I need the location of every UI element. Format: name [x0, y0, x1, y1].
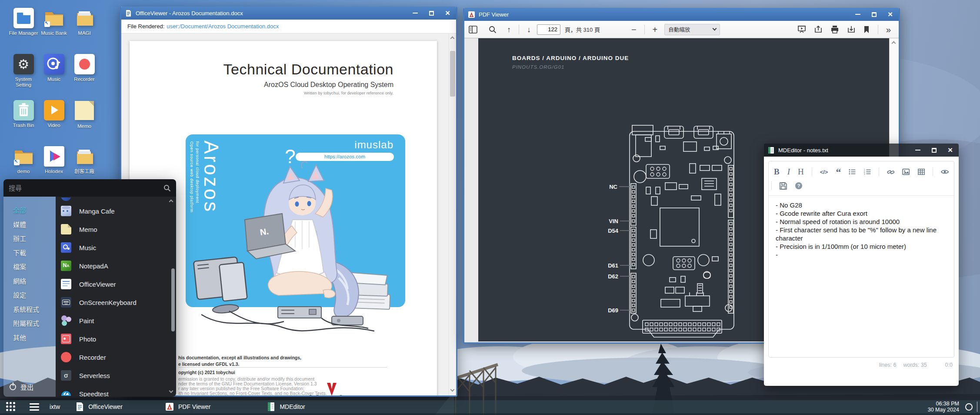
help-icon[interactable]: ? [795, 182, 803, 190]
app-row-photo[interactable]: Photo [56, 330, 176, 348]
mdeditor-titlebar[interactable]: MDEditor - notes.txt × [764, 144, 959, 157]
close-button[interactable]: × [948, 147, 953, 153]
desktop-icon-music[interactable]: Music [39, 54, 69, 82]
app-row-paint[interactable]: Paint [56, 311, 176, 330]
category-system[interactable]: 系統程式 [3, 303, 56, 317]
desktop-icon-recorder[interactable]: Recorder [70, 54, 99, 82]
category-files[interactable]: 檔案 [3, 260, 56, 274]
search-icon[interactable] [163, 184, 171, 192]
save-icon[interactable] [780, 182, 787, 190]
app-row-notepada[interactable]: NA NotepadA [56, 257, 176, 275]
desktop-icon-system-setting[interactable]: ⚙ System Setting [9, 54, 38, 88]
open-file-icon[interactable] [814, 25, 823, 33]
app-row-memo[interactable]: Memo [56, 220, 176, 238]
desktop-icon-memo[interactable]: Memo [70, 100, 99, 129]
pdf-titlebar[interactable]: PDF Viewer × [464, 8, 899, 21]
desktop-icon-video[interactable]: Video [39, 100, 69, 128]
category-download[interactable]: 下載 [3, 246, 56, 261]
zoom-in-button[interactable]: + [653, 25, 658, 34]
search-icon[interactable] [489, 26, 497, 33]
app-row-officeviewer[interactable]: OfficeViewer [56, 275, 176, 293]
desktop-icon-file-manager[interactable]: File Manager [9, 8, 38, 36]
category-others[interactable]: 其他 [3, 331, 56, 345]
desktop-icon-music-bank[interactable]: Music Bank [39, 8, 69, 36]
officeviewer-titlebar[interactable]: OfficeViewer - Arozos Documentation.docx… [121, 7, 456, 20]
markdown-textarea[interactable]: - No G28 - Gcode rewrite after Cura exor… [769, 196, 954, 264]
document-icon [76, 402, 84, 412]
previous-page-button[interactable]: ↑ [507, 26, 511, 33]
taskbar-item-officeviewer[interactable]: OfficeViewer [76, 402, 123, 412]
minimize-button[interactable] [915, 150, 920, 151]
status-circle-icon[interactable] [965, 403, 973, 411]
table-icon[interactable] [918, 168, 925, 175]
close-button[interactable]: × [445, 10, 450, 16]
maximize-button[interactable] [932, 148, 937, 153]
taskbar-item-mdeditor[interactable]: MDEditor [267, 402, 305, 412]
next-page-button[interactable]: ↓ [527, 26, 531, 33]
page-number-input[interactable] [537, 24, 560, 35]
bold-button[interactable]: B [774, 167, 780, 177]
scrollbar-thumb[interactable] [171, 268, 175, 331]
search-input[interactable] [9, 184, 163, 192]
doc-title: Technical Documentation [223, 61, 393, 78]
category-office[interactable]: 辦工 [3, 232, 56, 246]
manga-cafe-icon [61, 206, 71, 216]
app-row-recorder[interactable]: Recorder [56, 348, 176, 366]
app-row-serverless[interactable]: σ Serverless [56, 366, 176, 385]
desktop-icon-holodex[interactable]: Holodex [39, 146, 69, 174]
heading-button[interactable]: H [798, 167, 804, 177]
app-launcher-icon[interactable] [6, 402, 16, 412]
unordered-list-icon[interactable] [849, 168, 856, 175]
menu-hamburger-icon[interactable] [30, 403, 39, 411]
desktop-icon-maker-folder[interactable]: 創客工廠 [70, 146, 99, 174]
print-icon[interactable] [830, 25, 839, 33]
desktop-icon-trash-bin[interactable]: Trash Bin [9, 100, 38, 128]
category-network[interactable]: 網絡 [3, 274, 56, 289]
bookmark-icon[interactable] [863, 26, 870, 33]
app-list-scrollbar[interactable] [171, 197, 175, 397]
svg-text:3: 3 [864, 173, 865, 175]
category-settings[interactable]: 設定 [3, 288, 56, 303]
hostname-label: ixtw [50, 403, 60, 410]
image-icon[interactable] [902, 168, 910, 175]
desktop-icon-magi[interactable]: MAGI [70, 8, 99, 36]
category-all[interactable]: 全部 [3, 204, 56, 218]
ordered-list-icon[interactable]: 123 [864, 168, 871, 175]
scroll-down-icon[interactable] [450, 388, 455, 392]
download-icon[interactable] [847, 25, 856, 33]
maximize-button[interactable] [429, 11, 434, 16]
minimize-button[interactable] [855, 14, 860, 15]
app-row-onscreenkeyboard[interactable]: OnScreenKeyboard [56, 293, 176, 311]
question-mark-glyph: ? [285, 146, 295, 167]
minimize-button[interactable] [413, 13, 418, 13]
scroll-up-icon[interactable] [892, 41, 896, 46]
app-row-music[interactable]: Music [56, 238, 176, 257]
app-row-partial[interactable] [56, 197, 176, 202]
shortcut-arrow-icon [14, 160, 20, 165]
close-button[interactable]: × [888, 11, 893, 17]
app-row-manga-cafe[interactable]: Manga Cafe [56, 202, 176, 220]
zoom-out-button[interactable]: − [631, 25, 637, 34]
category-accessories[interactable]: 附屬程式 [3, 317, 56, 331]
presentation-mode-icon[interactable] [797, 25, 806, 33]
app-row-speedtest[interactable]: Speedtest [56, 385, 176, 397]
link-icon[interactable] [887, 168, 894, 176]
file-path-link[interactable]: user:/Document/Arozos Documentation.docx [167, 23, 279, 30]
desktop-icon-demo[interactable]: demo [9, 146, 38, 174]
zoom-mode-select[interactable]: 自動縮放 [664, 24, 720, 35]
code-button[interactable]: </> [820, 169, 828, 175]
category-media[interactable]: 媒體 [3, 218, 56, 232]
scroll-up-icon[interactable] [450, 37, 455, 41]
taskbar-item-pdf-viewer[interactable]: PDF Viewer [165, 402, 210, 411]
taskbar-clock[interactable]: 06:38 PM 30 May 2024 [928, 401, 959, 413]
window-title: MDEditor - notes.txt [778, 147, 915, 154]
scrollbar-thumb[interactable] [450, 51, 455, 97]
quote-button[interactable]: “ [836, 170, 841, 174]
more-tools-button[interactable]: » [886, 25, 891, 34]
preview-eye-icon[interactable] [941, 169, 949, 175]
italic-button[interactable]: I [787, 167, 790, 177]
logout-button[interactable]: 登出 [10, 382, 33, 392]
sidebar-toggle-icon[interactable] [469, 26, 477, 33]
maximize-button[interactable] [872, 12, 877, 17]
document-scrollbar[interactable] [449, 33, 456, 395]
